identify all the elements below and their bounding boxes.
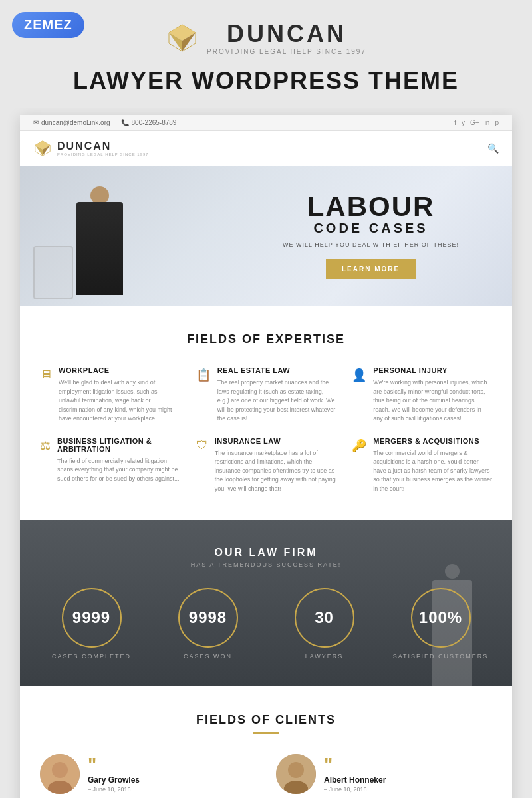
- title-underline: [253, 732, 279, 734]
- phone-icon: 📞: [121, 119, 129, 126]
- testimonial-date-1: – June 10, 2016: [324, 786, 386, 793]
- linkedin-icon[interactable]: in: [485, 119, 490, 126]
- stat-circle-1: 9998: [178, 588, 238, 648]
- expertise-name-0: WORKPLACE: [59, 366, 180, 374]
- testimonials-grid: " Gary Growles – June 10, 2016 "Business…: [40, 754, 492, 798]
- hero-chair: [33, 246, 73, 299]
- expertise-item-litigation: ⚖ BUSINESS LITIGATION & ARBITRATION The …: [40, 437, 180, 494]
- clients-section: FIELDS OF CLIENTS: [20, 686, 512, 798]
- nav-brand: DUNCAN PROVIDING LEGAL HELP SINCE 1997: [33, 139, 149, 158]
- testimonial-header-0: " Gary Growles – June 10, 2016: [40, 754, 256, 794]
- topbar-left: ✉ duncan@demoLink.org 📞 800-2265-8789: [33, 119, 176, 126]
- learn-more-button[interactable]: LEARN MORE: [326, 259, 416, 279]
- expertise-item-mergers: 🔑 MERGERS & ACQUISITIONS The commercial …: [352, 437, 492, 494]
- mergers-icon: 🔑: [352, 438, 366, 453]
- stat-circle-0: 9999: [62, 588, 122, 648]
- navbar: DUNCAN PROVIDING LEGAL HELP SINCE 1997 🔍: [20, 131, 512, 166]
- insurance-icon: 🛡: [196, 438, 208, 452]
- hero-title: LABOUR: [283, 193, 459, 221]
- quote-icon-0: ": [88, 755, 140, 774]
- topbar-phone: 📞 800-2265-8789: [121, 119, 177, 126]
- expertise-name-1: REAL ESTATE LAW: [217, 366, 336, 374]
- facebook-icon[interactable]: f: [454, 119, 456, 126]
- stat-cases-won: 9998 CASES WON: [156, 588, 259, 660]
- expertise-item-personalinjury: 👤 PERSONAL INJURY We're working with per…: [352, 366, 492, 424]
- expertise-item-realestate: 📋 REAL ESTATE LAW The real property mark…: [196, 366, 336, 424]
- stat-number-0: 9999: [72, 608, 110, 627]
- testimonial-date-0: – June 10, 2016: [88, 786, 140, 793]
- expertise-desc-3: The field of commercially related litiga…: [57, 457, 180, 484]
- topbar: ✉ duncan@demoLink.org 📞 800-2265-8789 f …: [20, 115, 512, 131]
- stat-circle-2: 30: [295, 588, 354, 648]
- hero-subtitle: CODE CASES: [283, 221, 459, 236]
- stat-circle-3: 100%: [411, 588, 471, 648]
- stat-number-2: 30: [315, 608, 334, 627]
- stat-label-1: CASES WON: [184, 653, 232, 660]
- expertise-grid-top: 🖥 WORKPLACE We'll be glad to deal with a…: [40, 366, 492, 424]
- avatar-1: [276, 754, 316, 794]
- email-icon: ✉: [33, 119, 39, 126]
- topbar-social: f y G+ in p: [454, 119, 499, 126]
- stat-number-3: 100%: [419, 608, 462, 627]
- workplace-icon: 🖥: [40, 368, 52, 382]
- expertise-item-insurance: 🛡 INSURANCE LAW The insurance marketplac…: [196, 437, 336, 494]
- zemez-badge: ZEMEZ: [12, 12, 84, 38]
- svg-marker-1: [169, 25, 196, 41]
- hero-figure: [73, 186, 126, 306]
- expertise-item-workplace: 🖥 WORKPLACE We'll be glad to deal with a…: [40, 366, 180, 424]
- expertise-name-3: BUSINESS LITIGATION & ARBITRATION: [57, 437, 180, 453]
- quote-icon-1: ": [324, 755, 386, 774]
- clients-title: FIELDS OF CLIENTS: [40, 713, 492, 727]
- testimonial-header-1: " Albert Honneker – June 10, 2016: [276, 754, 492, 794]
- svg-point-9: [52, 762, 68, 778]
- twitter-icon[interactable]: y: [462, 119, 465, 126]
- testimonial-1: " Albert Honneker – June 10, 2016 "As th…: [276, 754, 492, 798]
- avatar-placeholder-1: [276, 754, 316, 794]
- testimonial-name-block-1: " Albert Honneker – June 10, 2016: [324, 755, 386, 793]
- stats-grid: 9999 CASES COMPLETED 9998 CASES WON 30 L…: [40, 588, 492, 660]
- page-title: LAWYER WORDPRESS THEME: [13, 67, 519, 95]
- hero-section: LABOUR CODE CASES WE WILL HELP YOU DEAL …: [20, 166, 512, 306]
- nav-brand-sub: PROVIDING LEGAL HELP SINCE 1997: [57, 152, 149, 156]
- avatar-placeholder-0: [40, 754, 80, 794]
- website-mockup: ✉ duncan@demoLink.org 📞 800-2265-8789 f …: [20, 115, 512, 798]
- personalinjury-icon: 👤: [352, 368, 366, 382]
- expertise-desc-1: The real property market nuances and the…: [217, 378, 336, 424]
- logo-icon: [166, 21, 199, 55]
- hero-content: LABOUR CODE CASES WE WILL HELP YOU DEAL …: [283, 166, 459, 306]
- stat-number-1: 9998: [189, 608, 227, 627]
- svg-point-12: [288, 762, 304, 778]
- expertise-name-4: INSURANCE LAW: [215, 437, 336, 445]
- stat-label-0: CASES COMPLETED: [52, 653, 131, 660]
- testimonial-name-1: Albert Honneker: [324, 775, 386, 785]
- stat-satisfied: 100% SATISFIED CUSTOMERS: [389, 588, 492, 660]
- search-icon[interactable]: 🔍: [487, 143, 499, 154]
- top-branding: ZEMEZ DUNCAN PROVIDING LEGAL HELP SINCE …: [0, 0, 532, 108]
- stats-section: OUR LAW FIRM HAS A TREMENDOUS SUCCESS RA…: [20, 520, 512, 686]
- expertise-name-5: MERGERS & ACQUISITIONS: [373, 437, 492, 445]
- pinterest-icon[interactable]: p: [495, 119, 499, 126]
- googleplus-icon[interactable]: G+: [470, 119, 479, 126]
- testimonial-0: " Gary Growles – June 10, 2016 "Business…: [40, 754, 256, 798]
- litigation-icon: ⚖: [40, 438, 51, 453]
- expertise-desc-5: The commercial world of mergers & acquis…: [373, 449, 492, 494]
- brand-logo: DUNCAN PROVIDING LEGAL HELP SINCE 1997: [13, 20, 519, 55]
- stat-cases-completed: 9999 CASES COMPLETED: [40, 588, 143, 660]
- expertise-grid-bottom: ⚖ BUSINESS LITIGATION & ARBITRATION The …: [40, 437, 492, 494]
- expertise-title: FIELDS OF EXPERTISE: [40, 332, 492, 346]
- avatar-0: [40, 754, 80, 794]
- stats-title: OUR LAW FIRM: [40, 547, 492, 559]
- testimonial-name-block-0: " Gary Growles – June 10, 2016: [88, 755, 140, 793]
- stats-subtitle: HAS A TREMENDOUS SUCCESS RATE!: [40, 561, 492, 568]
- topbar-email: ✉ duncan@demoLink.org: [33, 119, 110, 126]
- stat-lawyers: 30 LAWYERS: [273, 588, 376, 660]
- testimonial-name-0: Gary Growles: [88, 775, 140, 785]
- expertise-section: FIELDS OF EXPERTISE 🖥 WORKPLACE We'll be…: [20, 306, 512, 520]
- expertise-desc-4: The insurance marketplace has a lot of r…: [215, 449, 336, 494]
- brand-tagline: PROVIDING LEGAL HELP SINCE 1997: [207, 48, 366, 55]
- nav-brand-name: DUNCAN: [57, 140, 149, 152]
- brand-name: DUNCAN: [207, 20, 366, 48]
- hero-description: WE WILL HELP YOU DEAL WITH EITHER OF THE…: [283, 241, 459, 248]
- expertise-name-2: PERSONAL INJURY: [373, 366, 492, 374]
- expertise-desc-0: We'll be glad to deal with any kind of e…: [59, 378, 180, 424]
